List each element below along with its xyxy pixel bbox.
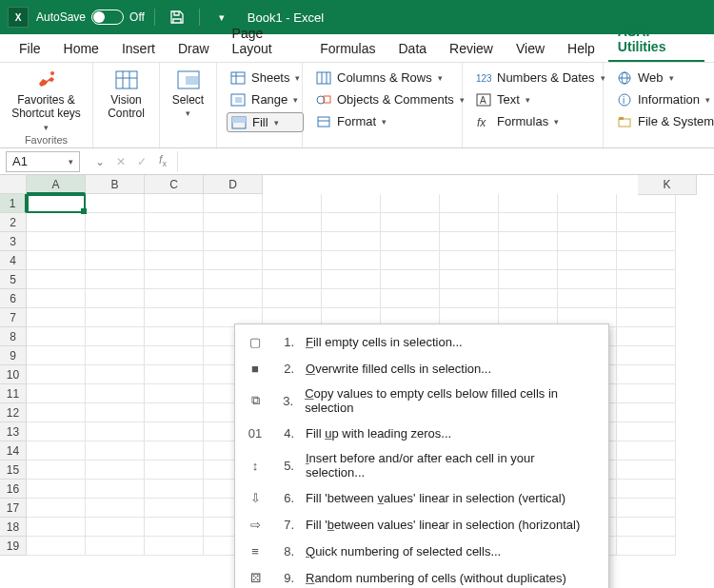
cell[interactable] <box>381 270 440 289</box>
row-header[interactable]: 17 <box>0 499 27 518</box>
row-header[interactable]: 8 <box>0 327 27 346</box>
column-header[interactable]: B <box>86 175 145 194</box>
select-all-corner[interactable] <box>0 175 27 194</box>
row-header[interactable]: 2 <box>0 213 27 232</box>
cell[interactable] <box>499 289 558 308</box>
numbers-dates-button[interactable]: 123Numbers & Dates ▾ <box>472 69 609 87</box>
formula-input[interactable] <box>177 151 714 172</box>
cell[interactable] <box>145 518 204 537</box>
cell[interactable] <box>558 194 617 213</box>
select-button[interactable]: Select ▾ <box>158 69 219 119</box>
cell[interactable] <box>27 422 86 441</box>
cell[interactable] <box>145 441 204 461</box>
cell[interactable] <box>322 289 381 308</box>
menu-item-3[interactable]: ⧉3.Copy values to empty cells below fill… <box>235 382 608 420</box>
cell[interactable] <box>263 213 322 232</box>
spreadsheet-grid[interactable]: ABCD 12345678910111213141516171819 K ▢1.… <box>0 175 714 588</box>
cell[interactable] <box>86 441 145 461</box>
cell[interactable] <box>499 194 558 213</box>
cell[interactable] <box>145 461 204 480</box>
cell[interactable] <box>381 194 440 213</box>
cell[interactable] <box>617 327 676 346</box>
cell[interactable] <box>558 270 617 289</box>
cell[interactable] <box>86 461 145 480</box>
cell[interactable] <box>558 232 617 251</box>
cell[interactable] <box>263 251 322 270</box>
cell[interactable] <box>145 289 204 308</box>
cell[interactable] <box>204 232 263 251</box>
cell[interactable] <box>499 213 558 232</box>
menu-item-4[interactable]: 014.Fill up with leading zeros... <box>235 420 608 446</box>
cell[interactable] <box>617 441 676 461</box>
cell[interactable] <box>263 289 322 308</box>
cell[interactable] <box>86 194 145 213</box>
information-button[interactable]: iInformation ▾ <box>613 90 714 108</box>
cell[interactable] <box>499 232 558 251</box>
cell[interactable] <box>204 213 263 232</box>
cell[interactable] <box>145 480 204 499</box>
cell[interactable] <box>440 270 499 289</box>
autosave-toggle[interactable]: AutoSave Off <box>36 10 145 25</box>
cell[interactable] <box>86 289 145 308</box>
fx-icon[interactable]: fx <box>152 153 173 168</box>
row-header[interactable]: 19 <box>0 537 27 556</box>
cell[interactable] <box>27 308 86 327</box>
menu-item-6[interactable]: ⇩6.Fill 'between values' linear in selec… <box>235 484 608 511</box>
cell[interactable] <box>440 194 499 213</box>
cell[interactable] <box>27 270 86 289</box>
cell[interactable] <box>617 403 676 422</box>
cell[interactable] <box>617 518 676 537</box>
cell[interactable] <box>27 289 86 308</box>
row-header[interactable]: 7 <box>0 308 27 327</box>
cell[interactable] <box>27 232 86 251</box>
cell[interactable] <box>27 537 86 556</box>
cell[interactable] <box>617 346 676 365</box>
cell[interactable] <box>27 346 86 365</box>
menu-item-9[interactable]: ⚄9.Random numbering of cells (without du… <box>235 564 608 588</box>
menu-item-5[interactable]: ↕5.Insert before and/or after each cell … <box>235 446 608 484</box>
tab-file[interactable]: File <box>10 35 50 62</box>
cell[interactable] <box>617 499 676 518</box>
row-header[interactable]: 1 <box>0 194 27 213</box>
cell[interactable] <box>617 537 676 556</box>
enter-formula-icon[interactable]: ✓ <box>131 155 152 168</box>
row-header[interactable]: 9 <box>0 346 27 365</box>
cell[interactable] <box>322 270 381 289</box>
cell[interactable] <box>322 251 381 270</box>
cell[interactable] <box>617 270 676 289</box>
cell[interactable] <box>27 518 86 537</box>
row-header[interactable]: 5 <box>0 270 27 289</box>
row-header[interactable]: 3 <box>0 232 27 251</box>
cell[interactable] <box>263 232 322 251</box>
cell[interactable] <box>322 232 381 251</box>
formulas-button[interactable]: fxFormulas ▾ <box>472 112 609 130</box>
tab-page-layout[interactable]: Page Layout <box>223 20 307 62</box>
cell[interactable] <box>145 213 204 232</box>
cell[interactable] <box>145 403 204 422</box>
cell[interactable] <box>27 441 86 461</box>
row-header[interactable]: 11 <box>0 384 27 403</box>
cell[interactable] <box>381 289 440 308</box>
cell[interactable] <box>27 461 86 480</box>
cell[interactable] <box>617 194 676 213</box>
cell[interactable] <box>617 232 676 251</box>
cell[interactable] <box>322 213 381 232</box>
cell[interactable] <box>86 537 145 556</box>
cell[interactable] <box>27 480 86 499</box>
cell[interactable] <box>27 194 86 213</box>
sheets-button[interactable]: Sheets ▾ <box>227 69 304 87</box>
cell[interactable] <box>86 480 145 499</box>
cell[interactable] <box>86 308 145 327</box>
cell[interactable] <box>86 384 145 403</box>
cell[interactable] <box>617 480 676 499</box>
menu-item-1[interactable]: ▢1.Fill empty cells in selection... <box>235 328 608 355</box>
cell[interactable] <box>617 422 676 441</box>
cell[interactable] <box>145 194 204 213</box>
cell[interactable] <box>204 289 263 308</box>
name-box[interactable]: A1 ▾ <box>6 151 80 172</box>
cell[interactable] <box>263 194 322 213</box>
cell[interactable] <box>440 213 499 232</box>
menu-item-7[interactable]: ⇨7.Fill 'between values' linear in selec… <box>235 511 608 538</box>
cell[interactable] <box>499 251 558 270</box>
cell[interactable] <box>86 213 145 232</box>
